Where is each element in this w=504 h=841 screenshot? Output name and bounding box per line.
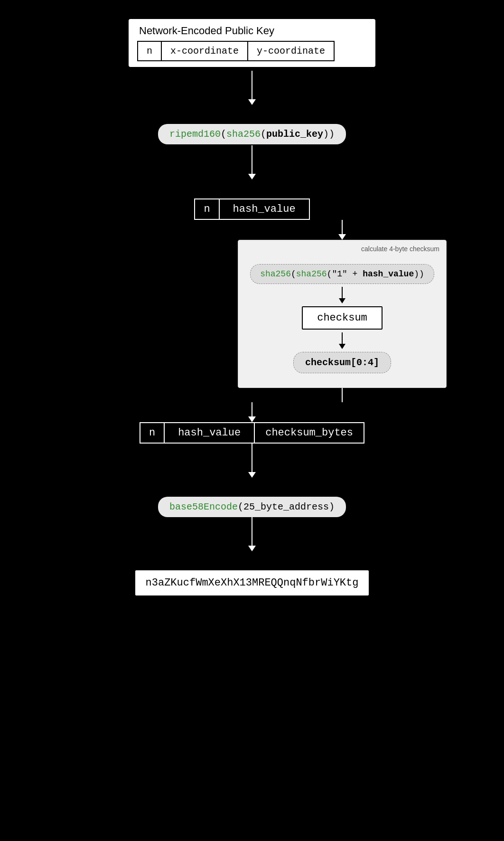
sha256-outer-green: sha256: [260, 269, 291, 279]
hash-box: n hash_value: [194, 198, 309, 220]
inner-arrow-head-1: [339, 298, 345, 303]
base58-pill: base58Encode(25_byte_address): [158, 497, 346, 517]
inner-arrow-2: [339, 332, 345, 349]
arrow-line-5: [252, 517, 252, 546]
combined-n: n: [140, 423, 165, 443]
arrow-out-checksum: [342, 388, 343, 402]
field-y-coordinate: y-coordinate: [248, 42, 334, 60]
sha256-inner-paren1: (: [327, 269, 332, 279]
vline-out-checksum: [342, 388, 343, 402]
network-key-box: Network-Encoded Public Key n x-coordinat…: [129, 19, 375, 67]
base58-paren: (: [238, 501, 243, 512]
arrowhead-into-checksum: [338, 234, 346, 240]
sha256-plus: +: [347, 269, 363, 279]
arrow-2: [248, 145, 256, 180]
sha256-outer-paren: (: [291, 269, 296, 279]
inner-arrow-1: [339, 287, 345, 303]
arrow-1: [248, 71, 256, 105]
base58-arg: 25_byte_address: [243, 501, 329, 512]
sha256-outer-pill: sha256(sha256("1" + hash_value)): [250, 264, 434, 284]
arrow-4: [248, 444, 256, 478]
inner-arrow-head-2: [339, 344, 345, 349]
section-address: n3aZKucfWmXeXhX13MREQQnqNfbrWiYKtg: [135, 570, 369, 595]
ripemd-func: ripemd160: [169, 129, 221, 140]
arrow-head-1: [248, 99, 256, 105]
arrow-line-1: [252, 71, 252, 99]
arrow-head-5: [248, 546, 256, 551]
ripemd-paren2: (: [261, 129, 266, 140]
address-text: n3aZKucfWmXeXhX13MREQQnqNfbrWiYKtg: [146, 577, 359, 589]
combined-hash: hash_value: [165, 423, 255, 443]
network-key-title: Network-Encoded Public Key: [137, 25, 274, 37]
hash-value-cell: hash_value: [220, 199, 309, 219]
sha256-func: sha256: [226, 129, 261, 140]
arrow-5: [248, 517, 256, 551]
base58-func: base58Encode: [169, 501, 238, 512]
sha256-inner-green: sha256: [296, 269, 327, 279]
field-n: n: [138, 42, 162, 60]
section-combined: n hash_value checksum_bytes: [140, 422, 364, 444]
public-key-arg: public_key: [266, 129, 323, 140]
section-ripemd: ripemd160(sha256(public_key)): [158, 124, 346, 144]
checksum-box: checksum: [302, 306, 383, 330]
ripemd-pill: ripemd160(sha256(public_key)): [158, 124, 346, 144]
arrow-into-checksum: [338, 220, 346, 240]
field-x-coordinate: x-coordinate: [162, 42, 248, 60]
arrow-head-4: [248, 472, 256, 478]
section-hash: n hash_value: [194, 198, 309, 220]
checksum-label: calculate 4-byte checksum: [361, 245, 439, 253]
ripemd-paren1: (: [221, 129, 226, 140]
section-network-key: Network-Encoded Public Key n x-coordinat…: [129, 19, 375, 67]
arrow-3: [248, 402, 256, 422]
ripemd-close: )): [323, 129, 335, 140]
section-base58: base58Encode(25_byte_address): [158, 497, 346, 517]
sha256-string: "1": [332, 269, 347, 279]
left-spacer: [57, 220, 238, 402]
checksum-layout-row: calculate 4-byte checksum sha256(sha256(…: [57, 220, 447, 402]
address-box: n3aZKucfWmXeXhX13MREQQnqNfbrWiYKtg: [135, 570, 369, 595]
sha256-close: )): [414, 269, 424, 279]
inner-arrow-line-2: [342, 332, 343, 344]
base58-close: ): [329, 501, 335, 512]
inner-arrow-line-1: [342, 287, 343, 298]
hash-n: n: [195, 199, 219, 219]
checksum-slice: checksum[0:4]: [293, 352, 391, 373]
arrow-head-2: [248, 174, 256, 180]
diagram-container: Network-Encoded Public Key n x-coordinat…: [0, 0, 504, 841]
sha256-hash-arg: hash_value: [363, 269, 414, 279]
combined-box: n hash_value checksum_bytes: [140, 422, 364, 444]
arrow-line-2: [252, 145, 252, 174]
combined-checksum: checksum_bytes: [255, 423, 364, 443]
checksum-container: calculate 4-byte checksum sha256(sha256(…: [238, 240, 447, 388]
arrow-line-3: [252, 402, 252, 416]
vline-into-checksum: [342, 220, 343, 234]
arrow-line-4: [252, 444, 252, 472]
checksum-right: calculate 4-byte checksum sha256(sha256(…: [238, 220, 447, 402]
network-key-fields: n x-coordinate y-coordinate: [137, 41, 335, 61]
arrow-head-3: [248, 416, 256, 422]
